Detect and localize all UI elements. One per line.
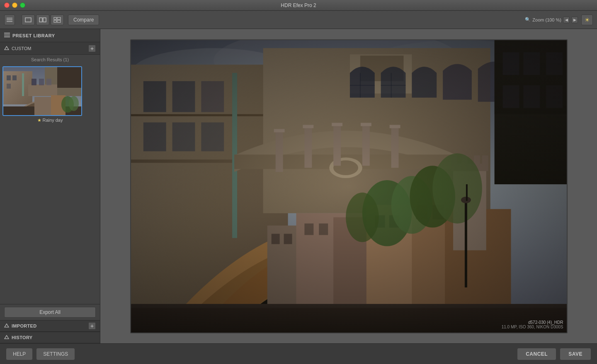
svg-rect-5 [43, 18, 46, 22]
image-container: d572-030 (4)_HDR 11.0 MP, ISO 360, NIKON… [130, 39, 568, 333]
svg-rect-2 [7, 21, 12, 22]
svg-marker-31 [5, 324, 9, 327]
imported-section-title: IMPORTED [12, 323, 36, 328]
image-info: d572-030 (4)_HDR 11.0 MP, ISO 360, NIKON… [502, 320, 563, 329]
svg-rect-8 [54, 20, 56, 22]
bottom-bar: HELP SETTINGS CANCEL SAVE [0, 343, 597, 364]
zoom-display: 🔍 Zoom (100 %) ◀ ▶ [525, 17, 578, 23]
maximize-button[interactable] [20, 2, 25, 8]
preset-library-header[interactable]: PRESET LIBRARY [0, 29, 100, 42]
imported-section-add-button[interactable]: + [88, 322, 96, 330]
close-button[interactable] [4, 2, 10, 8]
settings-button[interactable]: SETTINGS [36, 348, 75, 360]
export-all-button[interactable]: Export All [4, 307, 96, 318]
custom-add-button[interactable]: + [88, 45, 96, 52]
svg-rect-22 [7, 75, 11, 80]
svg-rect-21 [46, 79, 51, 85]
preset-library-title: PRESET LIBRARY [12, 33, 96, 38]
svg-rect-9 [57, 20, 61, 22]
svg-rect-26 [34, 97, 51, 116]
svg-rect-11 [4, 34, 10, 35]
view-split-button[interactable] [36, 14, 49, 25]
history-section-icon [4, 335, 9, 340]
preset-item-rainy-day[interactable]: ★Rainy day [2, 66, 97, 123]
title-bar: HDR Efex Pro 2 [0, 0, 597, 11]
svg-marker-32 [5, 335, 9, 339]
svg-rect-1 [7, 19, 12, 20]
light-button[interactable]: ☀ [581, 14, 593, 25]
svg-point-29 [69, 96, 79, 111]
cancel-button[interactable]: CANCEL [517, 348, 556, 360]
custom-section-title: CUSTOM [12, 46, 86, 51]
svg-rect-19 [32, 79, 36, 85]
minimize-button[interactable] [12, 2, 17, 8]
svg-marker-13 [5, 46, 9, 50]
svg-rect-10 [4, 33, 10, 34]
preset-grid: ★Rainy day [0, 64, 100, 304]
view-buttons [22, 14, 64, 25]
app-container: Compare 🔍 Zoom (100 %) ◀ ▶ ☀ [0, 11, 597, 364]
imported-section[interactable]: IMPORTED + [0, 320, 100, 332]
preset-library-icon [4, 33, 10, 39]
svg-rect-6 [54, 17, 56, 19]
main-area: d572-030 (4)_HDR 11.0 MP, ISO 360, NIKON… [100, 29, 597, 343]
zoom-label: Zoom (100 %) [532, 17, 561, 22]
svg-rect-24 [7, 84, 11, 89]
svg-rect-107 [131, 40, 567, 333]
view-quad-button[interactable] [51, 14, 64, 25]
svg-rect-30 [22, 73, 24, 96]
preset-thumbnail[interactable] [2, 66, 82, 116]
preset-name-rainy-day: ★Rainy day [2, 118, 97, 123]
main-image: d572-030 (4)_HDR 11.0 MP, ISO 360, NIKON… [130, 39, 568, 333]
svg-rect-20 [39, 79, 44, 85]
custom-header[interactable]: CUSTOM + [0, 42, 100, 55]
custom-section-icon [4, 46, 9, 51]
svg-rect-18 [28, 84, 57, 96]
zoom-left-button[interactable]: ◀ [563, 17, 570, 23]
svg-rect-3 [25, 18, 31, 22]
zoom-right-button[interactable]: ▶ [571, 17, 578, 23]
save-button[interactable]: SAVE [560, 348, 591, 360]
sidebar: PRESET LIBRARY CUSTOM + Search Results (… [0, 29, 100, 343]
help-button[interactable]: HELP [6, 348, 33, 360]
svg-rect-0 [7, 18, 12, 19]
imported-section-icon [4, 323, 9, 328]
window-controls [4, 2, 25, 8]
svg-rect-7 [57, 17, 61, 19]
image-meta: 11.0 MP, ISO 360, NIKON D300S [502, 325, 563, 329]
svg-rect-4 [39, 18, 42, 22]
content-area: PRESET LIBRARY CUSTOM + Search Results (… [0, 29, 597, 343]
window-title: HDR Efex Pro 2 [281, 2, 316, 8]
toolbar-right: 🔍 Zoom (100 %) ◀ ▶ ☀ [525, 14, 593, 25]
toolbar-left: Compare [4, 14, 99, 25]
menu-icon-button[interactable] [4, 14, 15, 25]
svg-rect-23 [12, 75, 17, 80]
sidebar-bottom: Export All [0, 304, 100, 320]
image-filename: d572-030 (4)_HDR [502, 320, 563, 325]
compare-button[interactable]: Compare [68, 14, 99, 25]
zoom-search-icon: 🔍 [525, 17, 531, 22]
history-section-title: HISTORY [12, 335, 32, 340]
svg-rect-16 [57, 67, 82, 88]
search-results-label: Search Results (1) [0, 55, 100, 64]
toolbar: Compare 🔍 Zoom (100 %) ◀ ▶ ☀ [0, 11, 597, 29]
preset-star-icon: ★ [37, 118, 41, 123]
view-single-button[interactable] [22, 14, 35, 25]
svg-rect-12 [4, 36, 10, 37]
history-section[interactable]: HISTORY [0, 332, 100, 343]
